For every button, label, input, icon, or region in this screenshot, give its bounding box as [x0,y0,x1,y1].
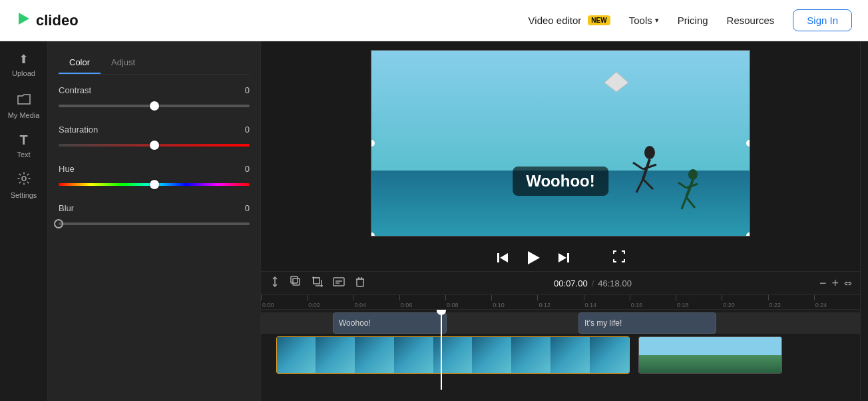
zoom-out-button[interactable]: − [819,276,827,290]
sidebar-item-text[interactable]: T Text [3,127,45,164]
gear-icon [17,172,31,189]
blur-value: 0 [245,203,250,213]
playhead[interactable] [441,310,442,390]
svg-rect-22 [291,276,298,283]
svg-rect-25 [314,278,320,284]
thumb-5 [433,337,473,373]
duplicate-tool[interactable] [290,276,302,290]
time-separator: / [592,278,594,288]
svg-line-13 [686,197,695,208]
upload-icon: ⬆ [19,52,29,67]
saturation-track-container[interactable] [59,140,250,151]
chevron-down-icon: ▾ [655,16,659,25]
video-text-overlay[interactable]: Woohoo! [513,167,608,196]
contrast-track-container[interactable] [59,101,250,111]
text-clip-itsmy[interactable]: It's my life! [578,312,716,334]
saturation-label: Saturation [59,125,98,135]
svg-point-8 [688,169,698,180]
contrast-value: 0 [245,85,250,95]
svg-line-10 [678,183,686,188]
logo-icon [16,11,31,30]
blur-thumb[interactable] [54,219,63,228]
playback-controls [261,244,860,271]
svg-rect-15 [497,253,499,262]
subtitle-tool[interactable] [333,276,345,290]
hue-track [59,183,250,186]
text-overlay-track: Woohoo! It's my life! [261,312,860,334]
timeline-tracks: Woohoo! It's my life! [261,310,860,390]
svg-line-4 [633,163,643,169]
blur-track-container[interactable] [59,218,250,229]
sidebar-item-settings[interactable]: Settings [3,167,45,204]
hue-label: Hue [59,164,75,174]
thumb-2 [316,337,355,373]
folder-icon [17,93,31,109]
saturation-thumb[interactable] [150,141,159,150]
surfer-1 [630,146,670,199]
svg-line-6 [636,179,643,193]
svg-marker-16 [500,253,508,262]
nav: Video editor NEW Tools ▾ Pricing Resourc… [529,9,852,31]
thumb-9 [590,337,629,373]
surfer-2 [676,169,710,216]
svg-line-7 [643,179,653,189]
logo-text: clideo [36,12,79,29]
saturation-label-row: Saturation 0 [59,125,250,135]
thumb-4 [394,337,433,373]
hue-slider-section: Hue 0 [59,164,250,190]
svg-marker-17 [528,251,540,264]
nav-video-editor[interactable]: Video editor NEW [529,15,610,26]
blur-slider-section: Blur 0 [59,203,250,229]
text-clip-woohoo[interactable]: Woohoo! [333,312,447,334]
zoom-extend-button[interactable]: ⇔ [844,278,852,288]
timeline-area: 00:07.00 / 46:18.00 − + ⇔ 0:000:020:040:… [261,271,860,401]
timeline-ruler: 0:000:020:040:060:080:100:120:140:160:18… [261,295,860,310]
svg-rect-21 [293,278,300,285]
hue-thumb[interactable] [150,180,159,189]
sign-in-button[interactable]: Sign In [793,9,852,31]
handle-bottom-right[interactable] [746,232,750,236]
thumb-palm-4 [746,337,782,373]
video-clip-main[interactable] [276,336,630,374]
contrast-thumb[interactable] [150,101,159,111]
thumb-8 [550,337,590,373]
sidebar-item-my-media[interactable]: My Media [3,88,45,125]
svg-point-1 [22,177,26,181]
right-area: Woohoo! [261,41,860,401]
video-clip-beach[interactable] [638,336,782,374]
handle-right[interactable] [746,140,750,147]
sky-bg [371,51,750,171]
thumb-palm-2 [675,337,711,373]
next-button[interactable] [557,251,570,264]
contrast-label-row: Contrast 0 [59,85,250,95]
fullscreen-button[interactable] [613,250,625,265]
new-badge: NEW [588,15,610,25]
play-button[interactable] [525,250,541,266]
tab-adjust[interactable]: Adjust [101,52,146,74]
timeline-toolbar: 00:07.00 / 46:18.00 − + ⇔ [261,272,860,295]
contrast-slider-section: Contrast 0 [59,85,250,111]
prev-button[interactable] [496,251,509,264]
nav-pricing[interactable]: Pricing [678,15,708,26]
zoom-in-button[interactable]: + [831,276,839,290]
svg-marker-0 [19,13,29,25]
crop-tool[interactable] [312,276,324,290]
nav-resources[interactable]: Resources [727,15,775,26]
svg-rect-33 [357,279,363,286]
timeline-time-display: 00:07.00 / 46:18.00 [554,278,632,288]
split-tool[interactable] [269,276,281,290]
sidebar-item-upload[interactable]: ⬆ Upload [3,47,45,83]
tab-color[interactable]: Color [59,52,101,74]
hue-track-container[interactable] [59,179,250,190]
nav-tools[interactable]: Tools ▾ [629,15,659,26]
panel-tabs: Color Adjust [59,52,250,75]
delete-tool[interactable] [354,276,366,290]
video-preview-area: Woohoo! [261,41,860,244]
scrollbar-panel[interactable] [860,41,868,401]
video-frame[interactable]: Woohoo! [371,50,750,236]
thumb-palm-3 [710,337,746,373]
sidebar: ⬆ Upload My Media T Text Settings [0,41,48,401]
svg-point-2 [644,146,655,159]
logo[interactable]: clideo [16,11,79,30]
blur-label-row: Blur 0 [59,203,250,213]
